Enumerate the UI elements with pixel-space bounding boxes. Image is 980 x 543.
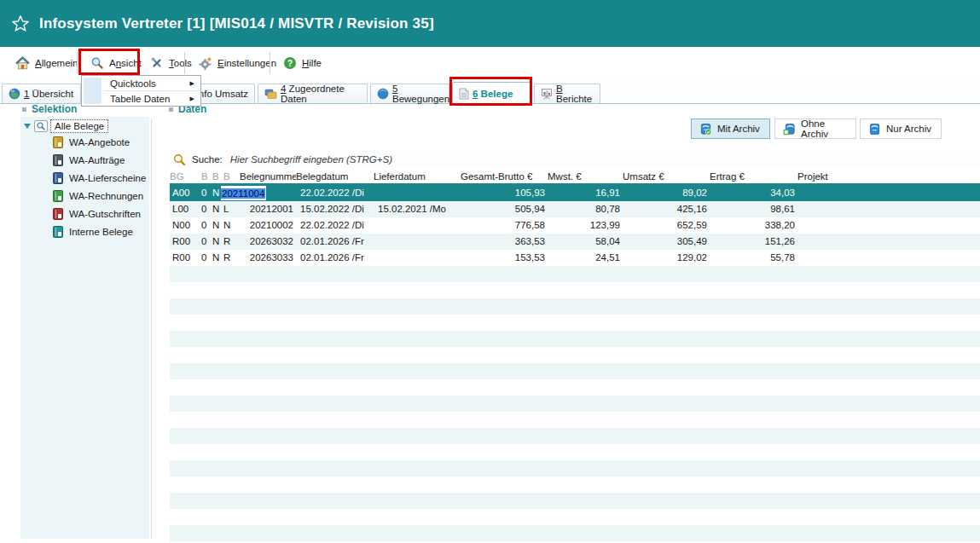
menu-item-label: Ansicht — [109, 58, 142, 68]
menu-item-tools[interactable]: Tools — [145, 51, 197, 75]
tab-belege[interactable]: 6 Belege — [452, 82, 531, 104]
archive-button-bar: Mit Archiv Ohne Archiv Nur Archiv — [691, 118, 942, 139]
empty-row — [170, 298, 980, 315]
selected-text: 20211004 — [221, 188, 265, 199]
cell-projekt — [797, 234, 980, 250]
cell-ertrag: 151,26 — [710, 234, 797, 250]
menu-item-quicktools[interactable]: Quicktools ▶ — [82, 77, 200, 90]
cell-belegdatum: 22.02.2022 /Di — [296, 217, 374, 234]
cell-belegnummer: 20263032 — [237, 234, 296, 250]
belegnummer-edit-field[interactable]: 20211004 — [221, 186, 266, 200]
tree-node-label: WA-Gutschriften — [69, 209, 141, 219]
nur-archiv-button[interactable]: Nur Archiv — [860, 118, 942, 139]
section-title: Selektion — [32, 103, 77, 115]
cell-b2: N — [212, 234, 223, 250]
ohne-archiv-button[interactable]: Ohne Archiv — [774, 118, 856, 139]
menu-item-ansicht[interactable]: Ansicht — [85, 51, 147, 75]
cell-ertrag: 55,78 — [710, 250, 797, 266]
cell-lieferdatum — [374, 250, 461, 266]
cell-belegdatum: 22.02.2022 /Di — [296, 185, 374, 201]
tab-berichte[interactable]: B Berichte — [534, 84, 600, 103]
search-input[interactable] — [229, 153, 590, 165]
binder-icon — [53, 154, 63, 166]
section-bullet-icon — [169, 107, 173, 112]
empty-row — [170, 282, 980, 298]
menu-item-label: Tabelle Daten — [110, 94, 170, 104]
menu-item-label: Quicktools — [110, 78, 156, 89]
cell-b2: N — [212, 217, 223, 234]
column-header-b1[interactable]: B — [201, 170, 212, 183]
menu-separator — [77, 52, 78, 74]
cell-mwst: 58,04 — [548, 234, 623, 250]
column-header-mwst[interactable]: Mwst. € — [548, 170, 623, 183]
table-row[interactable]: R00 0 N R 20263032 02.01.2026 /Fr 363,53… — [170, 234, 980, 250]
empty-row — [170, 477, 980, 493]
cell-b3: N — [223, 217, 237, 234]
star-icon[interactable] — [10, 14, 31, 34]
cell-umsatz: 89,02 — [623, 185, 710, 201]
menu-item-label: Einstellungen — [217, 58, 276, 68]
table-row[interactable]: L00 0 N L 20212001 15.02.2022 /Di 15.02.… — [170, 201, 980, 217]
tree-node-alle-belege[interactable]: Alle Belege — [22, 118, 108, 133]
tab-bewegungen[interactable]: 5 Bewegungen — [370, 84, 449, 103]
menu-item-label: Tools — [169, 58, 192, 68]
empty-row — [170, 331, 980, 347]
tree-expand-icon[interactable] — [24, 124, 31, 129]
tab-zugeordnete-daten[interactable]: 4 Zugeordnete Daten — [258, 84, 368, 103]
folders-icon — [264, 88, 277, 100]
cell-belegnummer: 20210002 — [237, 217, 296, 234]
column-header-belegnummer[interactable]: Belegnumme — [237, 170, 296, 183]
tree-node-wa-auftraege[interactable]: WA-Aufträge — [53, 153, 125, 167]
column-header-bg[interactable]: BG — [170, 170, 201, 183]
tab-uebersicht[interactable]: 1 Übersicht — [2, 84, 81, 103]
menu-item-hilfe[interactable]: ? Hilfe — [278, 51, 327, 75]
search-label: Suche: — [192, 154, 223, 165]
sphere-icon — [377, 88, 389, 100]
mit-archiv-button[interactable]: Mit Archiv — [691, 118, 770, 139]
tree-node-wa-lieferscheine[interactable]: WA-Lieferscheine — [53, 170, 146, 185]
cell-belegnummer: 20212001 — [237, 201, 296, 217]
home-icon — [15, 56, 30, 71]
tree-node-label: Alle Belege — [50, 119, 108, 133]
table-row[interactable]: R00 0 N R 20263033 02.01.2026 /Fr 153,53… — [170, 250, 980, 266]
cell-umsatz: 305,49 — [623, 234, 710, 250]
column-header-umsatz[interactable]: Umsatz € — [623, 170, 710, 183]
column-header-belegdatum[interactable]: Belegdatum — [296, 170, 374, 183]
tree-node-interne-belege[interactable]: Interne Belege — [53, 224, 133, 239]
tree-node-label: WA-Aufträge — [69, 155, 125, 165]
menu-item-allgemein[interactable]: Allgemein — [10, 51, 84, 75]
cell-umsatz: 652,59 — [623, 217, 710, 234]
tree-node-wa-gutschriften[interactable]: WA-Gutschriften — [53, 206, 141, 221]
menu-item-tabelle-daten[interactable]: Tabelle Daten ▶ — [82, 92, 200, 106]
cell-b1: 0 — [201, 201, 212, 217]
column-header-b2[interactable]: B — [212, 170, 223, 183]
button-label: Ohne Archiv — [801, 118, 848, 139]
cell-belegnummer: 20263033 — [237, 250, 296, 266]
submenu-arrow-icon: ▶ — [190, 95, 194, 102]
column-header-projekt[interactable]: Projekt — [797, 170, 980, 183]
tree-node-wa-rechnungen[interactable]: WA-Rechnungen — [53, 188, 143, 203]
cell-projekt — [797, 201, 980, 217]
empty-row — [170, 266, 980, 282]
globe-icon — [9, 88, 20, 100]
empty-row — [170, 428, 980, 444]
cell-belegdatum: 02.01.2026 /Fr — [296, 234, 374, 250]
menu-separator — [184, 52, 185, 74]
column-header-ertrag[interactable]: Ertrag € — [710, 170, 797, 183]
column-header-lieferdatum[interactable]: Lieferdatum — [374, 170, 461, 183]
table-row[interactable]: N00 0 N N 20210002 22.02.2022 /Di 776,58… — [170, 217, 980, 234]
cell-brutto: 505,94 — [461, 201, 548, 217]
cell-ertrag: 98,61 — [710, 201, 797, 217]
table-row[interactable]: A00 0 N A 22.02.2022 /Di 105,93 16,91 89… — [170, 185, 980, 201]
cell-belegdatum: 02.01.2026 /Fr — [296, 250, 374, 266]
binder-icon — [53, 190, 63, 202]
cell-projekt — [797, 250, 980, 266]
tree-node-wa-angebote[interactable]: WA-Angebote — [53, 135, 130, 149]
column-header-b3[interactable]: B — [223, 170, 237, 183]
empty-row — [170, 444, 980, 460]
panel-splitter[interactable] — [151, 119, 152, 539]
title-bar: Infosystem Vertreter [1] [MIS014 / MISVT… — [0, 0, 980, 47]
column-header-brutto[interactable]: Gesamt-Brutto € — [461, 170, 548, 183]
button-label: Mit Archiv — [717, 124, 760, 134]
menu-item-einstellungen[interactable]: Einstellungen — [193, 51, 281, 75]
